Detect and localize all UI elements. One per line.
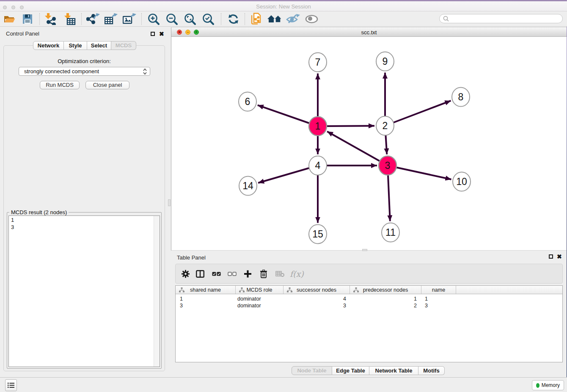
column-header-predecessor-nodes[interactable]: predecessor nodes [350,286,421,294]
cell-successor-nodes[interactable]: 4 [284,295,350,302]
tab-edge-table[interactable]: Edge Table [332,366,369,375]
memory-button[interactable]: Memory [532,380,564,390]
open-session-button[interactable] [4,13,15,25]
cell-predecessor-nodes[interactable]: 1 [350,295,421,302]
graph-edge-3-10[interactable] [388,166,451,179]
column-label: shared name [190,287,221,293]
graph-node-10[interactable]: 10 [453,172,471,191]
refresh-icon [227,13,239,25]
control-panel-float-button[interactable] [151,32,155,36]
table-panel: Table Panel ✖ [171,252,567,377]
graph-node-14[interactable]: 14 [239,177,257,196]
graph-node-8[interactable]: 8 [452,88,470,107]
tab-mcds[interactable]: MCDS [111,41,136,50]
refresh-layout-button[interactable] [227,13,239,25]
function-builder-button[interactable]: f(x) [290,269,304,279]
search-icon [443,16,449,22]
add-column-button[interactable] [244,270,252,278]
graph-node-2[interactable]: 2 [376,116,394,135]
close-panel-button[interactable]: Close panel [85,81,129,89]
tab-style[interactable]: Style [64,41,87,50]
select-all-columns-button[interactable] [212,272,221,276]
column-header-successor-nodes[interactable]: successor nodes [284,286,350,294]
graph-node-3[interactable]: 3 [379,156,396,175]
table-row[interactable]: 1 dominator 4 1 1 [176,295,562,302]
app-titlebar: Session: New Session [0,1,567,11]
table-panel-float-button[interactable] [549,254,553,259]
table-split-view-button[interactable] [196,270,204,278]
import-table-button[interactable] [64,13,76,25]
result-scrollbar[interactable] [154,216,160,367]
search-input[interactable] [439,14,563,23]
cell-predecessor-nodes[interactable]: 2 [350,302,421,309]
table-settings-button[interactable] [182,270,190,278]
hide-selected-button[interactable] [286,13,300,25]
cell-mcds-role[interactable]: dominator [236,295,284,302]
toolbar-separator [141,13,142,25]
zoom-in-button[interactable] [147,13,160,25]
tab-node-table[interactable]: Node Table [292,366,332,375]
tree-icon [353,287,359,293]
cell-mcds-role[interactable]: dominator [236,302,284,309]
zoom-selected-button[interactable] [202,13,215,25]
cell-shared-name[interactable]: 3 [176,302,236,309]
svg-text:1: 1 [315,121,321,132]
control-panel-close-button[interactable]: ✖ [159,31,164,36]
eye-icon [305,14,318,24]
export-network-button[interactable] [86,13,100,25]
column-header-shared-name[interactable]: shared name [176,286,236,294]
copy-network-button[interactable] [250,13,262,25]
toolbar-separator [39,13,40,25]
graph-node-9[interactable]: 9 [376,52,394,71]
graph-node-4[interactable]: 4 [309,156,327,175]
graph-node-15[interactable]: 15 [309,225,327,244]
graph-node-1[interactable]: 1 [309,117,327,136]
main-toolbar [0,11,567,27]
delete-column-button[interactable] [260,270,267,278]
network-canvas[interactable]: 7968124314101511 [171,38,567,251]
graph-edge-1-6[interactable] [258,105,318,126]
control-panel-tabs: Network Style Select MCDS [33,41,136,50]
panel-splitter-handle[interactable] [168,199,171,206]
task-history-button[interactable] [5,379,17,391]
dropdown-spinner-icon [143,68,147,75]
zoom-fit-button[interactable] [184,13,196,25]
zoom-out-button[interactable] [165,13,178,25]
show-all-button[interactable] [305,13,318,25]
cell-name[interactable]: 3 [421,302,456,309]
cell-successor-nodes[interactable]: 3 [284,302,350,309]
graph-node-7[interactable]: 7 [309,53,327,72]
tab-motifs[interactable]: Motifs [418,366,445,375]
cell-name[interactable]: 1 [421,295,456,302]
deselect-all-columns-button[interactable] [228,272,237,276]
save-session-button[interactable] [22,13,33,25]
network-window-titlebar[interactable]: ✕ − + scc.txt [171,28,567,37]
graph-edge-3-1[interactable] [327,131,388,166]
import-network-button[interactable] [45,13,56,25]
gear-icon [182,270,190,278]
graph-edge-2-8[interactable] [385,101,451,126]
delete-table-button[interactable] [275,271,285,277]
optimization-dropdown[interactable]: strongly connected component [19,67,150,76]
tab-select[interactable]: Select [87,41,111,50]
column-label: MCDS role [246,287,272,293]
table-panel-close-button[interactable]: ✖ [557,254,562,259]
column-header-mcds-role[interactable]: MCDS role [236,286,284,294]
export-table-button[interactable] [105,13,118,25]
run-mcds-button[interactable]: Run MCDS [40,81,80,89]
column-header-name[interactable]: name [421,286,456,294]
table-row[interactable]: 3 dominator 3 2 3 [176,302,562,309]
mcds-result-textarea[interactable]: 1 3 [8,215,160,367]
tab-network[interactable]: Network [33,41,64,50]
cell-shared-name[interactable]: 1 [176,295,236,302]
export-image-button[interactable] [123,13,136,25]
home-layout-button[interactable] [267,13,282,25]
graph-node-6[interactable]: 6 [239,92,256,111]
tab-network-table[interactable]: Network Table [369,366,418,375]
list-icon [8,382,14,388]
svg-text:4: 4 [315,160,321,171]
bottom-splitter-handle[interactable] [362,249,367,251]
mcds-result-legend: MCDS result (2 nodes) [9,209,69,215]
graph-node-11[interactable]: 11 [382,223,399,242]
delete-table-icon [275,271,285,277]
